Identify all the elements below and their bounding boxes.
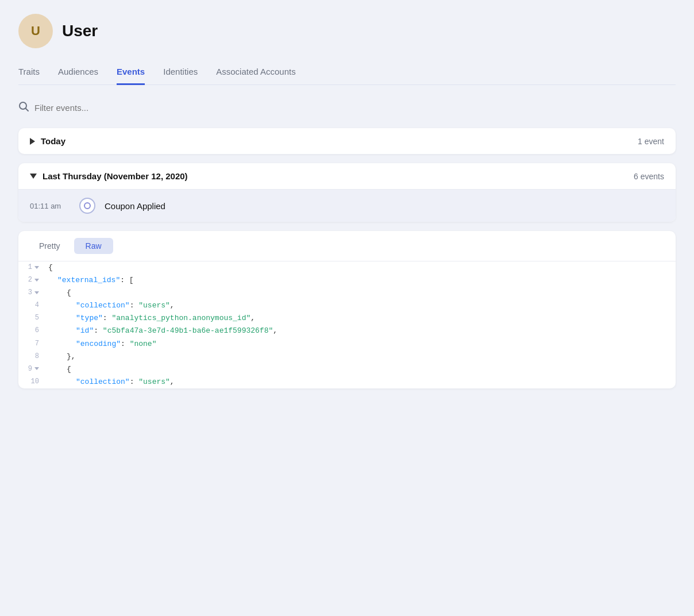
tabs-nav: Traits Audiences Events Identities Assoc… (18, 62, 676, 85)
json-line-1: 1 { (18, 261, 676, 274)
section-thursday-title: Last Thursday (November 12, 2020) (43, 171, 188, 181)
toggle-9[interactable] (34, 367, 39, 370)
json-line-7: 7 "encoding": "none" (18, 338, 676, 351)
section-today-title: Today (41, 136, 65, 146)
collapse-icon-today (30, 138, 35, 145)
json-tab-pretty[interactable]: Pretty (28, 238, 72, 254)
page-title: User (62, 22, 98, 40)
tab-identities[interactable]: Identities (163, 62, 198, 85)
toggle-1[interactable] (34, 266, 39, 269)
json-line-6: 6 "id": "c5bfa47a-3e7d-49b1-ba6e-ae1f599… (18, 325, 676, 337)
tab-events[interactable]: Events (117, 62, 145, 85)
json-line-3: 3 { (18, 287, 676, 299)
page-container: U User Traits Audiences Events Identitie… (0, 0, 694, 616)
json-line-5: 5 "type": "analytics_python.anonymous_id… (18, 312, 676, 325)
json-tabs: Pretty Raw (18, 231, 676, 261)
json-viewer: Pretty Raw 1 { 2 (18, 231, 676, 388)
event-name: Coupon Applied (105, 201, 165, 211)
event-time: 01:11 am (30, 202, 70, 210)
svg-point-0 (20, 102, 26, 109)
event-icon-inner (84, 202, 91, 209)
header: U User (18, 14, 676, 48)
section-today-count: 1 event (638, 137, 664, 146)
section-today: Today 1 event (18, 128, 676, 154)
toggle-3[interactable] (34, 291, 39, 294)
json-content: 1 { 2 "external_ids": [ (18, 261, 676, 388)
section-thursday-count: 6 events (634, 172, 664, 181)
svg-line-1 (26, 109, 28, 111)
line-num-1: 1 (28, 261, 32, 273)
json-line-9: 9 { (18, 363, 676, 376)
expand-icon-thursday (30, 174, 37, 179)
event-row[interactable]: 01:11 am Coupon Applied (18, 189, 676, 222)
event-icon (79, 198, 95, 214)
json-line-8: 8 }, (18, 351, 676, 363)
section-today-header[interactable]: Today 1 event (18, 128, 676, 154)
search-bar (18, 99, 676, 117)
toggle-2[interactable] (34, 279, 39, 282)
tab-associated-accounts[interactable]: Associated Accounts (216, 62, 295, 85)
json-line-2: 2 "external_ids": [ (18, 274, 676, 287)
search-icon (18, 101, 29, 114)
json-line-10: 10 "collection": "users", (18, 376, 676, 388)
json-tab-raw[interactable]: Raw (74, 238, 113, 254)
section-thursday-header[interactable]: Last Thursday (November 12, 2020) 6 even… (18, 163, 676, 189)
avatar: U (18, 14, 53, 48)
section-last-thursday: Last Thursday (November 12, 2020) 6 even… (18, 163, 676, 222)
tab-audiences[interactable]: Audiences (58, 62, 98, 85)
tab-traits[interactable]: Traits (18, 62, 40, 85)
json-line-4: 4 "collection": "users", (18, 299, 676, 312)
search-input[interactable] (34, 103, 207, 113)
